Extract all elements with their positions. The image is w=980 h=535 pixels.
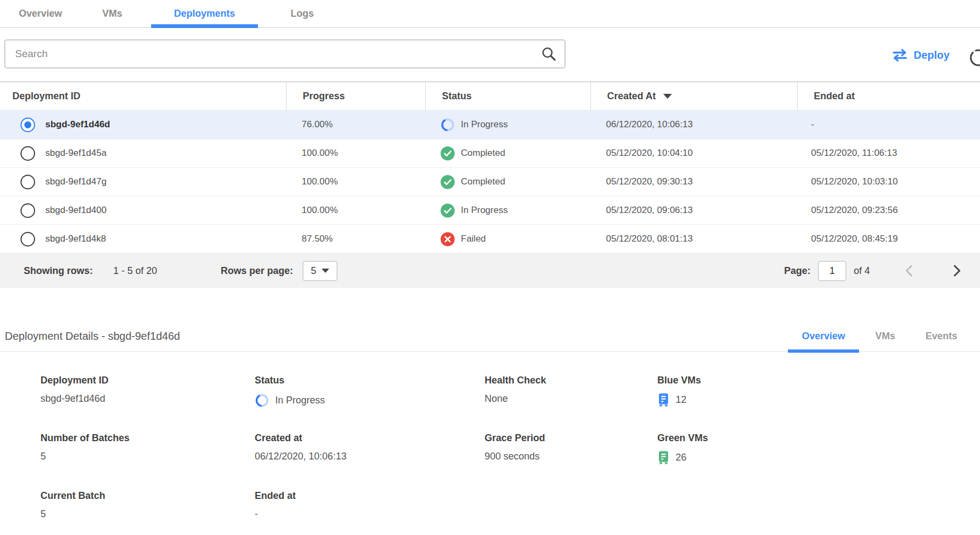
detail-field: Created at06/12/2020, 10:06:13 bbox=[255, 433, 485, 490]
chevron-right-icon[interactable] bbox=[953, 264, 962, 277]
detail-field: Grace Period900 seconds bbox=[485, 433, 657, 490]
deployment-id: sbgd-9ef1d400 bbox=[45, 205, 106, 216]
rows-per-page-label: Rows per page: bbox=[221, 265, 293, 277]
created-at-cell: 05/12/2020, 09:06:13 bbox=[590, 196, 797, 224]
detail-value: In Progress bbox=[255, 393, 485, 408]
detail-tab-label: Events bbox=[925, 331, 957, 342]
detail-value: 26 bbox=[657, 451, 980, 464]
page-tab-logs[interactable]: Logs bbox=[271, 0, 334, 27]
search-input[interactable] bbox=[5, 40, 541, 67]
radio-selected-icon[interactable] bbox=[21, 118, 35, 132]
table-body: sbgd-9ef1d46d76.00%In Progress06/12/2020… bbox=[0, 111, 980, 253]
table-row[interactable]: sbgd-9ef1d400100.00%In Progress05/12/202… bbox=[0, 196, 980, 225]
deployment-id: sbgd-9ef1d46d bbox=[45, 119, 110, 130]
pagination: Page: of 4 bbox=[784, 261, 962, 281]
column-header-deployment-id[interactable]: Deployment ID bbox=[0, 83, 286, 110]
detail-tab-label: Overview bbox=[802, 331, 845, 342]
deployment-id-cell: sbgd-9ef1d46d bbox=[0, 111, 286, 139]
detail-tabs: OverviewVMsEvents bbox=[787, 321, 972, 351]
detail-field: Health CheckNone bbox=[485, 375, 657, 433]
detail-field: Blue VMs12 bbox=[657, 375, 980, 433]
table-header-row: Deployment ID Progress Status Created At… bbox=[0, 81, 980, 111]
detail-value: 900 seconds bbox=[485, 451, 657, 462]
detail-value-text: - bbox=[255, 509, 258, 520]
column-header-ended-at[interactable]: Ended at bbox=[797, 83, 980, 110]
deployment-id: sbgd-9ef1d45a bbox=[45, 148, 106, 159]
column-header-created-at[interactable]: Created At bbox=[590, 83, 797, 110]
deployment-id: sbgd-9ef1d4k8 bbox=[45, 234, 106, 244]
progress-cell: 76.00% bbox=[286, 111, 425, 139]
detail-field: Deployment IDsbgd-9ef1d46d bbox=[40, 375, 255, 433]
completed-check-icon bbox=[440, 203, 455, 218]
detail-tab-events[interactable]: Events bbox=[910, 321, 972, 351]
rows-per-page-select[interactable]: 5 bbox=[303, 261, 337, 281]
detail-label: Status bbox=[255, 375, 485, 386]
deployment-details-grid: Deployment IDsbgd-9ef1d46dStatusIn Progr… bbox=[40, 375, 980, 535]
ended-at-cell: 05/12/2020, 09:23:56 bbox=[797, 196, 980, 224]
detail-value: 06/12/2020, 10:06:13 bbox=[255, 451, 485, 462]
radio-unselected-icon[interactable] bbox=[21, 175, 35, 189]
page-label: Page: bbox=[784, 265, 811, 277]
detail-tab-vms[interactable]: VMs bbox=[860, 321, 910, 351]
page-tab-deployments[interactable]: Deployments bbox=[149, 0, 260, 27]
radio-dot bbox=[24, 207, 31, 214]
detail-value-text: 06/12/2020, 10:06:13 bbox=[255, 451, 346, 462]
page-tab-label: Overview bbox=[19, 8, 62, 19]
table-row[interactable]: sbgd-9ef1d4k887.50%Failed05/12/2020, 08:… bbox=[0, 225, 980, 253]
status-label: Completed bbox=[461, 148, 505, 159]
ended-at-cell: 05/12/2020, 10:03:10 bbox=[797, 168, 980, 196]
table-row[interactable]: sbgd-9ef1d47g100.00%Completed05/12/2020,… bbox=[0, 168, 980, 196]
detail-label: Created at bbox=[255, 433, 485, 444]
deployment-id-cell: sbgd-9ef1d4k8 bbox=[0, 225, 286, 253]
detail-value: sbgd-9ef1d46d bbox=[40, 393, 255, 404]
detail-value: 5 bbox=[40, 451, 255, 462]
detail-field: Current Batch5 bbox=[40, 490, 255, 535]
page-of-label: of 4 bbox=[854, 265, 870, 277]
status-label: In Progress bbox=[461, 119, 508, 130]
status-label: Completed bbox=[461, 176, 505, 187]
deployment-id-cell: sbgd-9ef1d47g bbox=[0, 168, 286, 196]
status-cell: In Progress bbox=[425, 196, 590, 224]
radio-unselected-icon[interactable] bbox=[21, 203, 35, 218]
page-tab-overview[interactable]: Overview bbox=[5, 0, 76, 27]
progress-cell: 100.00% bbox=[286, 139, 425, 167]
page-tab-vms[interactable]: VMs bbox=[86, 0, 138, 27]
detail-field: StatusIn Progress bbox=[255, 375, 485, 433]
refresh-icon[interactable] bbox=[968, 47, 980, 68]
detail-value: - bbox=[255, 509, 485, 520]
search-icon[interactable] bbox=[541, 46, 557, 62]
detail-value-text: 5 bbox=[40, 509, 46, 520]
detail-field: Ended at- bbox=[255, 490, 485, 535]
radio-unselected-icon[interactable] bbox=[21, 232, 35, 246]
status-cell: Completed bbox=[425, 168, 590, 196]
progress-cell: 87.50% bbox=[286, 225, 425, 253]
column-header-status[interactable]: Status bbox=[425, 83, 590, 110]
in-progress-spinner-icon bbox=[255, 393, 269, 408]
detail-label: Current Batch bbox=[40, 490, 255, 502]
chevron-left-icon[interactable] bbox=[904, 264, 913, 277]
page-number-input[interactable] bbox=[818, 261, 846, 281]
deployment-details-title: Deployment Details - sbgd-9ef1d46d bbox=[5, 330, 180, 342]
deploy-button[interactable]: Deploy bbox=[891, 46, 950, 64]
deploy-swap-arrows-icon bbox=[891, 49, 908, 62]
table-row[interactable]: sbgd-9ef1d45a100.00%Completed05/12/2020,… bbox=[0, 139, 980, 168]
radio-dot bbox=[24, 121, 31, 128]
radio-unselected-icon[interactable] bbox=[21, 146, 35, 161]
deployments-table: Deployment ID Progress Status Created At… bbox=[0, 81, 980, 288]
detail-tab-overview[interactable]: Overview bbox=[787, 321, 860, 351]
status-label: In Progress bbox=[461, 205, 508, 216]
detail-value: 5 bbox=[40, 509, 255, 520]
deploy-label: Deploy bbox=[914, 49, 950, 61]
deployment-id-cell: sbgd-9ef1d400 bbox=[0, 196, 286, 224]
column-header-progress[interactable]: Progress bbox=[286, 83, 425, 110]
deployment-id-cell: sbgd-9ef1d45a bbox=[0, 139, 286, 167]
dropdown-caret-icon bbox=[322, 269, 329, 273]
detail-label: Blue VMs bbox=[657, 375, 980, 386]
created-at-cell: 06/12/2020, 10:06:13 bbox=[590, 111, 797, 139]
completed-check-icon bbox=[440, 175, 455, 189]
table-row[interactable]: sbgd-9ef1d46d76.00%In Progress06/12/2020… bbox=[0, 111, 980, 139]
status-cell: Completed bbox=[425, 139, 590, 167]
showing-rows-value: 1 - 5 of 20 bbox=[113, 265, 157, 277]
progress-cell: 100.00% bbox=[286, 196, 425, 224]
status-cell: In Progress bbox=[425, 111, 590, 139]
